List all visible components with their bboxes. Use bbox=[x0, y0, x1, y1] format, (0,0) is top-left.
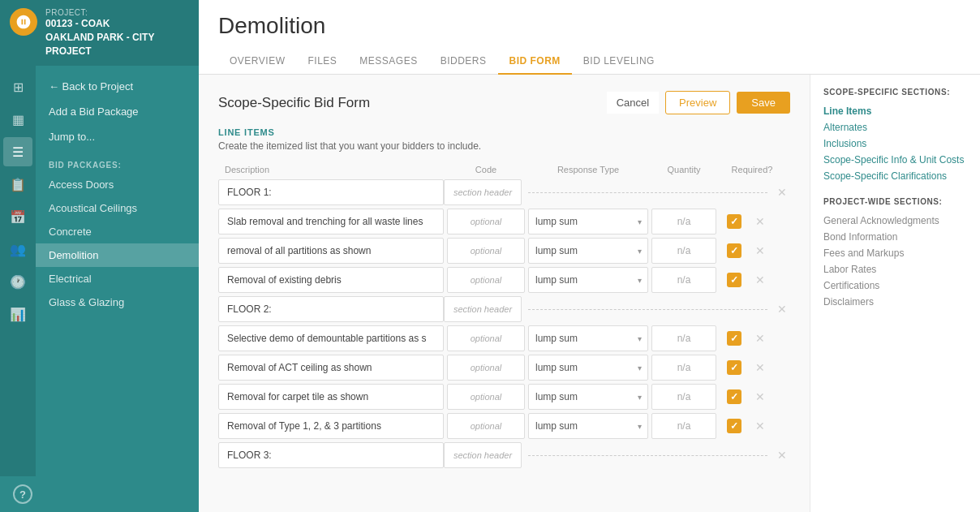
row3-desc[interactable] bbox=[218, 267, 444, 293]
pkg-concrete[interactable]: Concrete bbox=[36, 220, 199, 243]
link-scope-clarifications[interactable]: Scope-Specific Clarifications bbox=[823, 168, 967, 184]
col-code: Code bbox=[447, 165, 525, 174]
row7-required-wrap bbox=[720, 419, 749, 433]
row3-response[interactable]: lump sumunit costallowance bbox=[528, 267, 648, 293]
row3-qty[interactable] bbox=[651, 267, 716, 293]
pkg-electrical[interactable]: Electrical bbox=[36, 267, 199, 290]
row7-response[interactable]: lump sumunit costallowance bbox=[528, 413, 648, 439]
row1-qty[interactable] bbox=[651, 209, 716, 234]
floor3-code-input[interactable] bbox=[444, 442, 522, 468]
row6-delete[interactable]: ✕ bbox=[752, 390, 768, 403]
sidebar: PROJECT: 00123 - COAK OAKLAND PARK - CIT… bbox=[0, 0, 199, 512]
row5-response[interactable]: lump sumunit costallowance bbox=[528, 355, 648, 381]
help-icon[interactable]: ? bbox=[13, 484, 32, 504]
row2-delete[interactable]: ✕ bbox=[752, 244, 768, 257]
building-icon[interactable]: ▦ bbox=[3, 105, 32, 134]
pkg-access-doors[interactable]: Access Doors bbox=[36, 173, 199, 196]
back-to-project[interactable]: ← Back to Project bbox=[36, 74, 199, 99]
row2-qty[interactable] bbox=[651, 238, 716, 264]
row5-qty[interactable] bbox=[651, 355, 716, 381]
project-wide-title: PROJECT-WIDE SECTIONS: bbox=[823, 197, 967, 206]
pkg-demolition[interactable]: Demolition bbox=[36, 243, 199, 267]
divider bbox=[528, 192, 767, 193]
floor2-delete[interactable]: ✕ bbox=[774, 303, 790, 316]
row6-desc[interactable] bbox=[218, 384, 444, 410]
preview-button[interactable]: Preview bbox=[665, 91, 730, 114]
floor2-code-input[interactable] bbox=[444, 296, 522, 322]
calendar-icon[interactable]: 📅 bbox=[3, 202, 32, 231]
row2-desc[interactable] bbox=[218, 238, 444, 264]
link-line-items[interactable]: Line Items bbox=[823, 103, 967, 119]
floor1-delete[interactable]: ✕ bbox=[774, 186, 790, 199]
row4-delete[interactable]: ✕ bbox=[752, 332, 768, 345]
row4-qty[interactable] bbox=[651, 325, 716, 351]
list-icon[interactable]: ☰ bbox=[3, 137, 32, 166]
right-panel: SCOPE-SPECIFIC SECTIONS: Line Items Alte… bbox=[810, 75, 980, 512]
floor1-label-input[interactable] bbox=[218, 179, 444, 205]
row7-qty[interactable] bbox=[651, 413, 716, 439]
tab-bid-leveling[interactable]: BID LEVELING bbox=[572, 49, 666, 75]
clipboard-icon[interactable]: 📋 bbox=[3, 170, 32, 199]
row6-code[interactable] bbox=[447, 384, 525, 410]
tab-nav: OVERVIEW FILES MESSAGES BIDDERS BID FORM… bbox=[218, 49, 961, 74]
icon-bar: ⊞ ▦ ☰ 📋 📅 👥 🕐 📊 bbox=[0, 66, 36, 476]
row6-required-checkbox[interactable] bbox=[727, 389, 741, 404]
row7-delete[interactable]: ✕ bbox=[752, 419, 768, 432]
row5-response-wrapper: lump sumunit costallowance bbox=[528, 355, 648, 381]
row5-delete[interactable]: ✕ bbox=[752, 361, 768, 374]
link-inclusions[interactable]: Inclusions bbox=[823, 136, 967, 152]
link-alternates[interactable]: Alternates bbox=[823, 119, 967, 136]
tab-files[interactable]: FILES bbox=[296, 49, 348, 75]
row4-response[interactable]: lump sumunit costallowance bbox=[528, 325, 648, 351]
row7-desc[interactable] bbox=[218, 413, 444, 439]
tab-bidders[interactable]: BIDDERS bbox=[429, 49, 498, 75]
col-quantity: Quantity bbox=[651, 165, 716, 174]
scope-specific-title: SCOPE-SPECIFIC SECTIONS: bbox=[823, 88, 967, 97]
row4-code[interactable] bbox=[447, 325, 525, 351]
cancel-button[interactable]: Cancel bbox=[607, 92, 659, 114]
row7-required-checkbox[interactable] bbox=[727, 419, 741, 433]
row4-required-checkbox[interactable] bbox=[727, 331, 741, 346]
row7-code[interactable] bbox=[447, 413, 525, 439]
row2-response-wrapper: lump sumunit costallowance bbox=[528, 238, 648, 264]
row2-required-checkbox[interactable] bbox=[727, 243, 741, 258]
row6-response[interactable]: lump sumunit costallowance bbox=[528, 384, 648, 410]
row1-response[interactable]: lump sumunit costallowance bbox=[528, 209, 648, 234]
row2-code[interactable] bbox=[447, 238, 525, 264]
people-icon[interactable]: 👥 bbox=[3, 234, 32, 264]
add-bid-package[interactable]: Add a Bid Package bbox=[36, 99, 199, 124]
row1-required-checkbox[interactable] bbox=[727, 214, 741, 229]
row2-response[interactable]: lump sumunit costallowance bbox=[528, 238, 648, 264]
row1-required-wrap bbox=[720, 214, 749, 229]
row5-code[interactable] bbox=[447, 355, 525, 381]
floor2-label-input[interactable] bbox=[218, 296, 444, 322]
section-floor2: ✕ bbox=[218, 296, 790, 322]
pkg-acoustical-ceilings[interactable]: Acoustical Ceilings bbox=[36, 196, 199, 220]
home-icon[interactable]: ⊞ bbox=[3, 72, 32, 101]
row5-desc[interactable] bbox=[218, 355, 444, 381]
row1-desc[interactable] bbox=[218, 209, 444, 234]
clock-icon[interactable]: 🕐 bbox=[3, 267, 32, 296]
row1-delete[interactable]: ✕ bbox=[752, 215, 768, 228]
chart-icon[interactable]: 📊 bbox=[3, 299, 32, 329]
row6-response-wrapper: lump sumunit costallowance bbox=[528, 384, 648, 410]
tab-messages[interactable]: MESSAGES bbox=[348, 49, 428, 75]
row2-required-wrap bbox=[720, 243, 749, 258]
pkg-glass-glazing[interactable]: Glass & Glazing bbox=[36, 290, 199, 314]
row1-code[interactable] bbox=[447, 209, 525, 234]
row3-code[interactable] bbox=[447, 267, 525, 293]
jump-to[interactable]: Jump to... bbox=[36, 124, 199, 149]
tab-overview[interactable]: OVERVIEW bbox=[218, 49, 296, 75]
floor1-code-input[interactable] bbox=[444, 179, 522, 205]
row5-required-checkbox[interactable] bbox=[727, 360, 741, 375]
row6-qty[interactable] bbox=[651, 384, 716, 410]
row3-required-checkbox[interactable] bbox=[727, 273, 741, 287]
floor3-delete[interactable]: ✕ bbox=[774, 449, 790, 462]
link-scope-info[interactable]: Scope-Specific Info & Unit Costs bbox=[823, 152, 967, 168]
tab-bid-form[interactable]: BID FORM bbox=[498, 49, 572, 75]
floor3-label-input[interactable] bbox=[218, 442, 444, 468]
content-area: Scope-Specific Bid Form Cancel Preview S… bbox=[199, 75, 980, 512]
row4-desc[interactable] bbox=[218, 325, 444, 351]
save-button[interactable]: Save bbox=[737, 92, 790, 114]
row3-delete[interactable]: ✕ bbox=[752, 273, 768, 286]
